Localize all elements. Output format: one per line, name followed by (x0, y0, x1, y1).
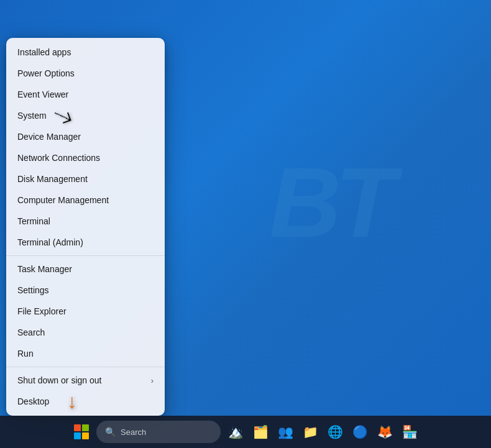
desktop-watermark: BT (205, 94, 454, 311)
menu-item-device-manager[interactable]: Device Manager (6, 126, 165, 147)
menu-item-network-connections[interactable]: Network Connections (6, 147, 165, 168)
taskbar-icon-firefox[interactable]: 🦊 (374, 421, 396, 443)
menu-label-system: System (17, 111, 47, 121)
menu-label-file-explorer: File Explorer (17, 306, 67, 316)
taskbar: 🔍 Search 🏔️🗂️👥📁🌐🔵🦊🏪 (0, 416, 491, 448)
menu-label-settings: Settings (17, 285, 49, 295)
menu-label-run: Run (17, 349, 34, 359)
search-icon: 🔍 (105, 427, 116, 437)
taskbar-icons: 🏔️🗂️👥📁🌐🔵🦊🏪 (224, 421, 421, 443)
menu-label-terminal-admin: Terminal (Admin) (17, 237, 83, 247)
desktop: BT Installed appsPower OptionsEvent View… (0, 0, 491, 448)
logo-q1 (74, 424, 81, 431)
logo-q4 (82, 432, 89, 439)
menu-separator-after-terminal-admin (6, 255, 165, 256)
menu-item-event-viewer[interactable]: Event Viewer (6, 84, 165, 105)
taskbar-icon-photos[interactable]: 🏔️ (224, 421, 247, 443)
taskbar-icon-store[interactable]: 🏪 (398, 421, 421, 443)
menu-label-network-connections: Network Connections (17, 153, 100, 163)
start-button[interactable] (70, 421, 93, 443)
taskbar-icon-file-manager[interactable]: 📁 (299, 421, 321, 443)
taskbar-icon-edge[interactable]: 🌐 (324, 421, 346, 443)
menu-item-power-options[interactable]: Power Options (6, 63, 165, 84)
menu-item-desktop[interactable]: Desktop (6, 391, 165, 412)
menu-item-run[interactable]: Run (6, 343, 165, 364)
menu-label-desktop: Desktop (17, 396, 49, 406)
menu-label-shut-down-sign-out: Shut down or sign out (17, 375, 101, 385)
taskbar-icon-chrome[interactable]: 🔵 (349, 421, 371, 443)
search-placeholder-text: Search (121, 427, 146, 437)
menu-label-search: Search (17, 327, 45, 337)
taskbar-icon-file-explorer-tb[interactable]: 🗂️ (249, 421, 272, 443)
taskbar-search[interactable]: 🔍 Search (96, 421, 221, 443)
menu-item-installed-apps[interactable]: Installed apps (6, 42, 165, 63)
logo-q3 (74, 432, 81, 439)
menu-label-power-options: Power Options (17, 68, 75, 78)
menu-item-disk-management[interactable]: Disk Management (6, 168, 165, 190)
menu-label-task-manager: Task Manager (17, 264, 72, 274)
menu-label-disk-management: Disk Management (17, 174, 88, 184)
menu-label-terminal: Terminal (17, 216, 50, 226)
menu-label-computer-management: Computer Management (17, 195, 109, 205)
menu-item-search[interactable]: Search (6, 322, 165, 343)
menu-label-event-viewer: Event Viewer (17, 89, 68, 99)
menu-item-system[interactable]: System (6, 105, 165, 126)
menu-item-computer-management[interactable]: Computer Management (6, 190, 165, 211)
menu-label-device-manager: Device Manager (17, 132, 81, 142)
windows-logo (74, 424, 89, 439)
menu-item-file-explorer[interactable]: File Explorer (6, 301, 165, 322)
menu-item-terminal[interactable]: Terminal (6, 211, 165, 232)
menu-arrow-shut-down-sign-out: › (151, 376, 154, 385)
menu-item-shut-down-sign-out[interactable]: Shut down or sign out› (6, 370, 165, 391)
menu-item-terminal-admin[interactable]: Terminal (Admin) (6, 232, 165, 253)
menu-item-task-manager[interactable]: Task Manager (6, 258, 165, 280)
menu-label-installed-apps: Installed apps (17, 47, 71, 57)
context-menu: Installed appsPower OptionsEvent ViewerS… (6, 38, 165, 416)
menu-item-settings[interactable]: Settings (6, 280, 165, 301)
taskbar-left: 🔍 Search 🏔️🗂️👥📁🌐🔵🦊🏪 (6, 421, 485, 443)
logo-q2 (82, 424, 89, 431)
menu-separator-after-run (6, 367, 165, 367)
taskbar-icon-teams[interactable]: 👥 (274, 421, 296, 443)
